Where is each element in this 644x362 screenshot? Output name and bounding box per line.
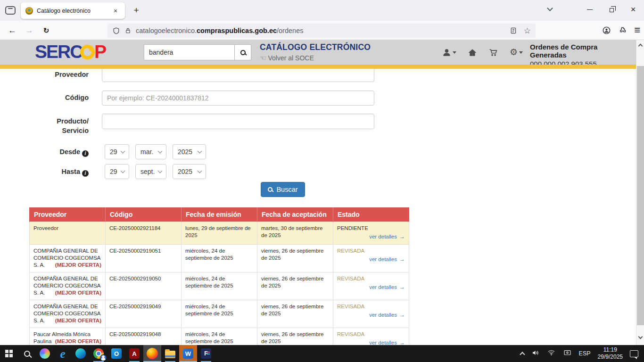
ver-detalles-link[interactable]: ver detalles (337, 256, 405, 263)
hasta-day-select[interactable]: 29 (105, 164, 129, 179)
table-row: COMPAÑIA GENERAL DE COMERCIO COGECOMSA S… (30, 300, 409, 328)
language-indicator[interactable]: ESP (579, 350, 591, 357)
ver-detalles-link[interactable]: ver detalles (337, 312, 405, 319)
fec-app-icon[interactable]: F (197, 345, 215, 362)
status-badge: REVISADA (337, 275, 405, 282)
cell-proveedor: COMPAÑIA GENERAL DE COMERCIO COGECOMSA S… (30, 245, 106, 272)
close-button[interactable] (622, 0, 644, 19)
cell-estado: REVISADAver detalles (333, 245, 409, 272)
word-icon[interactable]: W (179, 345, 197, 362)
search-icon (268, 187, 272, 192)
url-bar[interactable]: catalogoelectronico.compraspublicas.gob.… (107, 24, 536, 38)
start-button[interactable] (0, 345, 18, 362)
arrow-right-icon (397, 312, 405, 318)
firefox-view-icon[interactable] (5, 6, 16, 15)
hand-pointer-icon (260, 54, 266, 62)
scroll-down-icon[interactable] (636, 334, 644, 341)
status-badge: REVISADA (337, 303, 405, 310)
reader-mode-icon[interactable] (510, 27, 517, 34)
cell-proveedor: Proveedor (30, 222, 106, 245)
restore-button[interactable] (601, 0, 622, 19)
cart-icon[interactable] (488, 48, 498, 57)
producto-servicio-input[interactable] (102, 114, 374, 129)
table-header-row: ProveedorCódigoFecha de emisiónFecha de … (30, 207, 409, 222)
notification-center-icon[interactable] (630, 350, 638, 357)
column-header: Fecha de aceptación (257, 207, 333, 222)
chrome-profile-badge (100, 354, 107, 361)
mejor-oferta-badge: (MEJOR OFERTA) (55, 317, 101, 324)
minimize-button[interactable] (579, 0, 601, 19)
volver-al-soce-link[interactable]: Volver al SOCE (260, 54, 371, 62)
cell-codigo: CE-20250002919049 (106, 300, 182, 328)
cell-fecha-aceptacion: viernes, 26 de septiembre de 2025 (257, 272, 333, 300)
hasta-year-select[interactable]: 2025 (173, 164, 206, 179)
tab-title: Catálogo electrónico (37, 8, 107, 14)
tray-expand-icon[interactable] (520, 352, 525, 357)
user-menu-icon[interactable] (442, 48, 456, 57)
wifi-icon[interactable] (547, 349, 556, 358)
forward-button[interactable] (23, 24, 36, 37)
producto-label-line1: Producto/ (19, 117, 89, 125)
cell-proveedor: COMPAÑIA GENERAL DE COMERCIO COGECOMSA S… (30, 272, 106, 300)
chrome-icon[interactable] (90, 345, 107, 362)
column-header: Proveedor (30, 207, 106, 222)
bookmark-star-icon[interactable] (524, 26, 531, 36)
outlook-icon[interactable]: O (107, 345, 125, 362)
tab-list-chevron-icon[interactable] (539, 0, 561, 19)
table-row: COMPAÑIA GENERAL DE COMERCIO COGECOMSA S… (30, 245, 409, 272)
status-badge: PENDIENTE (337, 225, 405, 232)
acrobat-icon[interactable]: A (125, 345, 143, 362)
desde-year-select[interactable]: 2025 (173, 144, 206, 159)
hasta-month-select[interactable]: sept. (135, 164, 166, 179)
firefox-icon[interactable] (143, 345, 161, 362)
buscar-button[interactable]: Buscar (261, 182, 305, 197)
volume-icon[interactable] (531, 349, 540, 359)
arrow-right-icon (397, 284, 405, 290)
cell-estado: PENDIENTEver detalles (333, 222, 409, 245)
back-button[interactable] (6, 24, 19, 37)
desde-month-select[interactable]: mar. (135, 144, 166, 159)
screen: Catálogo electrónico catalogoelectronico… (0, 0, 644, 362)
scrollbar-thumb[interactable] (637, 66, 644, 325)
codigo-input[interactable] (102, 90, 374, 106)
scroll-up-icon[interactable] (636, 41, 644, 49)
browser-tab[interactable]: Catálogo electrónico (21, 2, 125, 19)
internet-explorer-icon[interactable] (54, 345, 72, 362)
new-tab-button[interactable] (131, 5, 141, 16)
connect-display-icon[interactable] (563, 349, 572, 359)
ver-detalles-link[interactable]: ver detalles (337, 233, 405, 241)
edge-icon[interactable] (72, 345, 90, 362)
catalog-search-input[interactable] (144, 44, 234, 60)
ver-detalles-link[interactable]: ver detalles (337, 284, 405, 291)
column-header: Código (106, 207, 182, 222)
extensions-puzzle-icon[interactable] (619, 26, 627, 34)
lock-icon[interactable] (124, 27, 132, 34)
chevron-down-icon (198, 149, 202, 154)
proveedor-input[interactable] (102, 69, 374, 82)
column-header: Estado (333, 207, 409, 222)
windows-taskbar: O A W F ESP 11:19 29/9/2025 (0, 345, 644, 362)
ver-detalles-link[interactable]: ver detalles (337, 339, 405, 345)
cell-fecha-emision: miércoles, 24 de septiembre de 2025 (182, 272, 257, 300)
shield-icon[interactable] (112, 27, 120, 35)
catalog-search-button[interactable] (234, 44, 251, 60)
taskbar-search-icon[interactable] (18, 345, 36, 362)
settings-gear-icon[interactable] (510, 48, 523, 57)
copilot-icon[interactable] (36, 345, 54, 362)
info-icon[interactable] (82, 170, 89, 177)
home-icon[interactable] (468, 48, 477, 57)
page-scrollbar[interactable] (636, 40, 644, 345)
tab-close-icon[interactable] (111, 6, 120, 16)
search-icon (240, 50, 246, 55)
reload-button[interactable] (40, 24, 53, 37)
info-icon[interactable] (82, 150, 89, 157)
hamburger-menu-icon[interactable] (634, 24, 640, 36)
site-title: CATÁLOGO ELECTRÓNICO (260, 42, 371, 52)
sercop-logo[interactable]: SERCP (35, 41, 106, 62)
clock[interactable]: 11:19 29/9/2025 (598, 346, 623, 361)
mejor-oferta-badge: (MEJOR OFERTA) (55, 338, 101, 345)
account-icon[interactable] (602, 26, 611, 35)
account-title: Ordenes de Compra Generadas (530, 43, 636, 59)
file-explorer-icon[interactable] (161, 345, 179, 362)
desde-day-select[interactable]: 29 (105, 144, 129, 159)
